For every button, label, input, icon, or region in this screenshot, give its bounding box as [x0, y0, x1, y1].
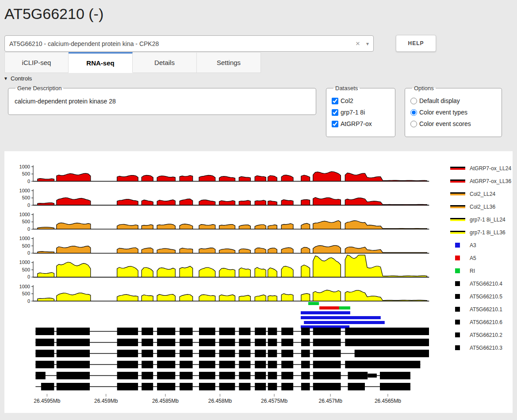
y-tick-label: 0	[27, 298, 30, 304]
transcript-AT5G66210.1	[35, 350, 429, 357]
exon	[301, 383, 310, 390]
exon	[199, 372, 215, 379]
coverage-track: 05001000	[19, 255, 429, 280]
square-swatch-icon	[450, 256, 465, 260]
dataset-checkbox-col2[interactable]	[332, 98, 338, 104]
option-radio-color-event-types[interactable]	[410, 109, 417, 116]
exon	[239, 361, 250, 368]
square-swatch-icon	[450, 243, 465, 248]
option-radio-color-event-scores[interactable]	[410, 121, 417, 127]
datasets-legend: Datasets	[333, 85, 360, 92]
exon	[345, 328, 429, 335]
exon	[281, 383, 293, 390]
controls-toggle[interactable]: ▼ Controls	[4, 75, 32, 82]
coverage-area	[33, 255, 429, 277]
chevron-down-icon[interactable]: ▾	[364, 41, 369, 47]
exon	[301, 339, 310, 346]
exon	[41, 383, 54, 390]
gene-select[interactable]: AT5G66210 - calcium-dependent protein ki…	[4, 35, 374, 52]
page-title: AT5G66210 (-)	[4, 5, 103, 23]
y-tick-label: 500	[22, 243, 30, 248]
square-swatch-icon	[450, 294, 465, 299]
exon	[142, 372, 153, 379]
exon	[281, 339, 293, 346]
exon	[239, 383, 250, 390]
y-tick-label: 500	[22, 267, 30, 272]
exon	[281, 328, 293, 335]
splice-event-A3	[304, 321, 385, 324]
legend-label: grp7-1 8i_LL24	[470, 217, 506, 223]
track-swatch-icon	[450, 179, 465, 183]
exon	[117, 339, 138, 346]
exon	[117, 350, 138, 357]
exon	[239, 339, 250, 346]
x-axis-label: 26.4585Mb	[152, 398, 179, 404]
tab-rna-seq[interactable]: RNA-seq	[69, 52, 133, 73]
track-swatch-icon	[450, 218, 465, 221]
exon	[35, 372, 45, 379]
coverage-track: 05001000	[19, 188, 429, 208]
exon	[219, 339, 235, 346]
transcript-AT5G66210.3	[35, 383, 410, 390]
tab-details[interactable]: Details	[133, 52, 197, 73]
exon	[199, 383, 215, 390]
datasets-fieldset: Datasets Col2 grp7-1 8i AtGRP7-ox	[326, 85, 395, 137]
dataset-checkbox-grp7-1-8i[interactable]	[332, 109, 338, 116]
exon	[219, 328, 235, 335]
exon	[57, 350, 90, 357]
coverage-area	[33, 290, 429, 301]
dataset-checkbox-atgrp7-ox[interactable]	[332, 121, 338, 127]
legend-label: AT5G66210.1	[470, 306, 502, 313]
exon	[313, 361, 341, 368]
square-swatch-icon	[450, 332, 465, 337]
exon	[35, 361, 54, 368]
exon	[239, 328, 250, 335]
tab-iclip-seq[interactable]: iCLIP-seq	[4, 52, 69, 73]
exon	[380, 383, 410, 390]
exon	[35, 350, 54, 357]
square-swatch-icon	[450, 345, 465, 350]
exon	[313, 339, 341, 346]
exon	[142, 361, 153, 368]
exon	[301, 350, 310, 357]
exon	[348, 383, 365, 390]
legend-item: AtGRP7-ox_LL36	[450, 175, 512, 187]
legend-item: RI	[450, 264, 512, 277]
legend-item: AT5G66210.1	[450, 303, 512, 316]
exon	[219, 372, 235, 379]
y-tick-label: 0	[27, 250, 30, 256]
legend-item: AtGRP7-ox_LL24	[450, 162, 512, 175]
splice-event-A3	[301, 311, 350, 314]
exon	[35, 339, 54, 346]
exon	[301, 372, 310, 379]
y-tick-label: 500	[22, 171, 30, 176]
clear-icon[interactable]: ×	[351, 39, 364, 48]
exon	[57, 383, 90, 390]
x-axis-label: 26.457Mb	[318, 398, 342, 404]
exon	[239, 372, 250, 379]
track-swatch-icon	[450, 231, 465, 234]
coverage-area	[33, 245, 429, 253]
legend-label: AtGRP7-ox_LL36	[470, 178, 511, 184]
tab-settings[interactable]: Settings	[197, 52, 261, 73]
exon	[117, 361, 138, 368]
exon	[219, 383, 235, 390]
legend-item: Col2_LL36	[450, 200, 512, 213]
legend-item: A3	[450, 239, 512, 252]
legend-label: AT5G66210.6	[470, 319, 502, 325]
legend-item: AT5G66210.3	[450, 341, 512, 354]
y-tick-label: 1000	[19, 236, 30, 241]
help-button[interactable]: HELP	[396, 35, 436, 52]
exon	[313, 328, 341, 335]
y-tick-label: 1000	[19, 188, 30, 193]
option-label-default-display: Default display	[419, 97, 460, 104]
chart-legend: AtGRP7-ox_LL24AtGRP7-ox_LL36Col2_LL24Col…	[450, 162, 512, 354]
legend-item: grp7-1 8i_LL24	[450, 213, 512, 226]
options-fieldset: Options Default display Color event type…	[405, 85, 502, 137]
transcript-AT5G66210.4	[35, 328, 429, 335]
coverage-area	[33, 198, 429, 206]
option-radio-default-display[interactable]	[410, 98, 417, 104]
legend-label: grp7-1 8i_LL36	[470, 229, 506, 236]
y-tick-label: 0	[27, 202, 30, 208]
square-swatch-icon	[450, 320, 465, 325]
